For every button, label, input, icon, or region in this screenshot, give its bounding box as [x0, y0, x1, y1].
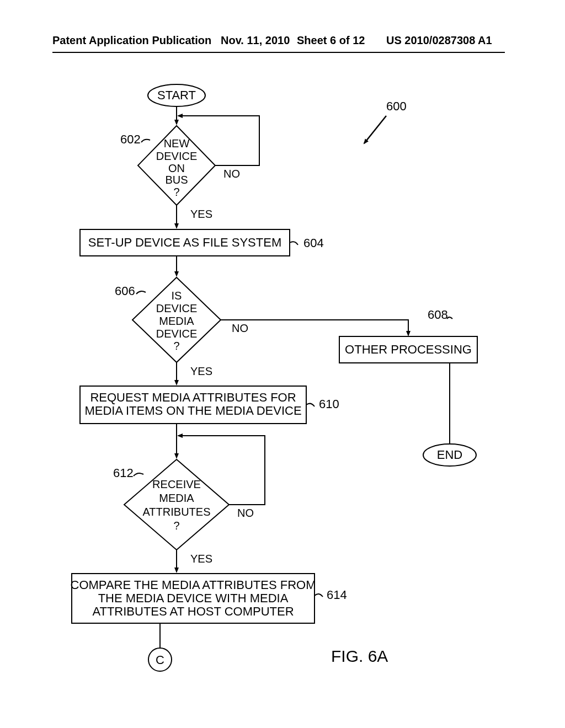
d612-l1: RECEIVE: [152, 478, 201, 490]
d606-l1: IS: [172, 290, 182, 302]
ref-curve-604: [290, 242, 298, 245]
d602-l1: NEW: [164, 137, 190, 149]
d612-l4: ?: [173, 520, 179, 532]
page: Patent Application Publication Nov. 11, …: [0, 0, 565, 728]
no-602: NO: [223, 168, 240, 180]
header-pub: US 2010/0287308 A1: [386, 34, 492, 47]
d612-l2: MEDIA: [159, 492, 194, 504]
b610-l2: MEDIA ITEMS ON THE MEDIA DEVICE: [84, 404, 301, 417]
flowchart-svg: START 600 NEW DEVICE ON BUS ? 602 NO YES…: [0, 0, 565, 728]
pointer-600: [364, 116, 386, 143]
header-sheet: Sheet 6 of 12: [297, 34, 365, 47]
ref-curve-606: [136, 291, 146, 294]
d606-l3: MEDIA: [159, 315, 194, 327]
yes-602: YES: [190, 208, 212, 220]
ref-606: 606: [115, 284, 135, 298]
ref-604: 604: [303, 236, 324, 250]
no-606: NO: [232, 322, 248, 334]
end-label: END: [437, 448, 462, 462]
d606-l4: DEVICE: [156, 328, 197, 340]
ref-curve-610: [306, 404, 315, 406]
ref-curve-608: [447, 317, 452, 319]
b610-l1: REQUEST MEDIA ATTRIBUTES FOR: [90, 390, 296, 404]
connector-c-label: C: [156, 653, 164, 667]
edge-606-608: [221, 320, 408, 335]
d602-l4: BUS: [165, 174, 188, 186]
b604: SET-UP DEVICE AS FILE SYSTEM: [88, 235, 281, 249]
ref-608: 608: [428, 308, 448, 322]
b614-l2: THE MEDIA DEVICE WITH MEDIA: [98, 591, 289, 605]
ref-curve-612: [134, 473, 143, 476]
d602-l3: ON: [168, 162, 185, 174]
b614-l1: COMPARE THE MEDIA ATTRIBUTES FROM: [71, 578, 316, 592]
figure-label: FIG. 6A: [331, 647, 388, 665]
d612-l3: ATTRIBUTES: [143, 506, 211, 518]
ref-600: 600: [386, 99, 407, 113]
start-label: START: [157, 88, 196, 102]
header-left: Patent Application Publication: [52, 34, 211, 47]
yes-612: YES: [190, 553, 212, 565]
header-rule: [52, 52, 505, 53]
ref-612: 612: [113, 466, 134, 480]
ref-614: 614: [327, 588, 347, 602]
b614-l3: ATTRIBUTES AT HOST COMPUTER: [92, 604, 294, 618]
yes-606: YES: [190, 365, 212, 377]
ref-curve-614: [315, 594, 323, 597]
b608: OTHER PROCESSING: [345, 342, 472, 356]
ref-curve-602: [141, 140, 150, 142]
d606-l2: DEVICE: [156, 302, 197, 314]
header-date: Nov. 11, 2010: [221, 34, 290, 47]
ref-610: 610: [319, 397, 339, 411]
d602-l2: DEVICE: [156, 150, 197, 162]
d606-l5: ?: [173, 340, 179, 352]
d602-l5: ?: [173, 186, 179, 198]
ref-602: 602: [120, 132, 141, 146]
no-612: NO: [237, 507, 254, 519]
